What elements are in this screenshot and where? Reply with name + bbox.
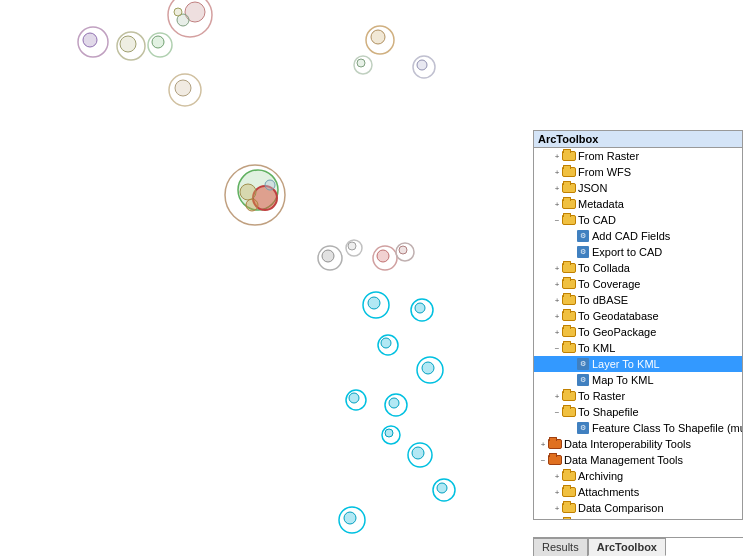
tree-item-data-comparison[interactable]: +Data Comparison — [534, 500, 742, 516]
tree-item-data-management[interactable]: −Data Management Tools — [534, 452, 742, 468]
tree-item-to-dbase[interactable]: +To dBASE — [534, 292, 742, 308]
expand-icon-feature-class-to-shapefile[interactable] — [566, 423, 576, 433]
expand-icon-data-interoperability[interactable]: + — [538, 439, 548, 449]
item-icon-from-wfs — [562, 165, 576, 179]
item-label-to-raster: To Raster — [578, 390, 625, 402]
item-label-add-cad-fields: Add CAD Fields — [592, 230, 670, 242]
item-icon-metadata — [562, 197, 576, 211]
expand-icon-to-cad[interactable]: − — [552, 215, 562, 225]
svg-point-27 — [348, 242, 356, 250]
item-icon-to-dbase — [562, 293, 576, 307]
item-label-metadata: Metadata — [578, 198, 624, 210]
svg-point-23 — [246, 199, 258, 211]
svg-point-11 — [371, 30, 385, 44]
tab-bar: Results ArcToolbox — [533, 537, 743, 556]
tree-item-export-to-cad[interactable]: ⚙Export to CAD — [534, 244, 742, 260]
svg-point-9 — [152, 36, 164, 48]
arctoolbox-panel: ArcToolbox +From Raster+From WFS+JSON+Me… — [533, 130, 743, 520]
expand-icon-to-collada[interactable]: + — [552, 263, 562, 273]
svg-point-35 — [415, 303, 425, 313]
item-icon-map-to-kml: ⚙ — [576, 373, 590, 387]
expand-icon-from-wfs[interactable]: + — [552, 167, 562, 177]
expand-icon-to-dbase[interactable]: + — [552, 295, 562, 305]
item-label-data-comparison: Data Comparison — [578, 502, 664, 514]
svg-point-51 — [385, 429, 393, 437]
expand-icon-to-shapefile[interactable]: − — [552, 407, 562, 417]
tree-item-to-cad[interactable]: −To CAD — [534, 212, 742, 228]
item-icon-layer-to-kml: ⚙ — [576, 357, 590, 371]
expand-icon-attachments[interactable]: + — [552, 487, 562, 497]
item-label-to-kml: To KML — [578, 342, 615, 354]
svg-point-31 — [399, 246, 407, 254]
tree-item-to-collada[interactable]: +To Collada — [534, 260, 742, 276]
item-icon-to-collada — [562, 261, 576, 275]
expand-icon-archiving[interactable]: + — [552, 471, 562, 481]
item-icon-to-coverage — [562, 277, 576, 291]
expand-icon-to-raster[interactable]: + — [552, 391, 562, 401]
item-label-to-dbase: To dBASE — [578, 294, 628, 306]
expand-icon-metadata[interactable]: + — [552, 199, 562, 209]
svg-point-37 — [381, 338, 391, 348]
expand-icon-to-kml[interactable]: − — [552, 343, 562, 353]
item-icon-from-raster — [562, 149, 576, 163]
tree-item-from-wfs[interactable]: +From WFS — [534, 164, 742, 180]
expand-icon-from-raster[interactable]: + — [552, 151, 562, 161]
item-label-layer-to-kml: Layer To KML — [592, 358, 660, 370]
svg-point-13 — [417, 60, 427, 70]
item-icon-data-management — [548, 453, 562, 467]
tree-item-to-raster[interactable]: +To Raster — [534, 388, 742, 404]
svg-point-29 — [377, 250, 389, 262]
item-icon-add-cad-fields: ⚙ — [576, 229, 590, 243]
item-label-from-wfs: From WFS — [578, 166, 631, 178]
item-label-distributed-geodatabase: Distributed Geodatabase — [578, 518, 700, 519]
item-icon-archiving — [562, 469, 576, 483]
tree-item-json[interactable]: +JSON — [534, 180, 742, 196]
item-icon-to-kml — [562, 341, 576, 355]
item-label-export-to-cad: Export to CAD — [592, 246, 662, 258]
tree-item-to-shapefile[interactable]: −To Shapefile — [534, 404, 742, 420]
expand-icon-layer-to-kml[interactable] — [566, 359, 576, 369]
arctoolbox-tab[interactable]: ArcToolbox — [588, 538, 666, 556]
expand-icon-data-management[interactable]: − — [538, 455, 548, 465]
tree-item-from-raster[interactable]: +From Raster — [534, 148, 742, 164]
tree-item-data-interoperability[interactable]: +Data Interoperability Tools — [534, 436, 742, 452]
tree-item-map-to-kml[interactable]: ⚙Map To KML — [534, 372, 742, 388]
expand-icon-add-cad-fields[interactable] — [566, 231, 576, 241]
svg-point-22 — [265, 180, 275, 190]
svg-point-47 — [437, 483, 447, 493]
item-label-to-geopackage: To GeoPackage — [578, 326, 656, 338]
item-label-json: JSON — [578, 182, 607, 194]
tree-item-distributed-geodatabase[interactable]: +Distributed Geodatabase — [534, 516, 742, 519]
results-tab[interactable]: Results — [533, 538, 588, 556]
tree-item-layer-to-kml[interactable]: ⚙Layer To KML — [534, 356, 742, 372]
tree-item-archiving[interactable]: +Archiving — [534, 468, 742, 484]
expand-icon-to-coverage[interactable]: + — [552, 279, 562, 289]
toolbox-tree[interactable]: +From Raster+From WFS+JSON+Metadata−To C… — [534, 148, 742, 519]
item-label-map-to-kml: Map To KML — [592, 374, 654, 386]
item-icon-to-geodatabase — [562, 309, 576, 323]
expand-icon-to-geopackage[interactable]: + — [552, 327, 562, 337]
tree-item-add-cad-fields[interactable]: ⚙Add CAD Fields — [534, 228, 742, 244]
svg-point-41 — [422, 362, 434, 374]
item-icon-data-interoperability — [548, 437, 562, 451]
item-icon-to-geopackage — [562, 325, 576, 339]
item-label-to-coverage: To Coverage — [578, 278, 640, 290]
item-icon-distributed-geodatabase — [562, 517, 576, 519]
item-icon-json — [562, 181, 576, 195]
expand-icon-map-to-kml[interactable] — [566, 375, 576, 385]
item-label-attachments: Attachments — [578, 486, 639, 498]
tree-item-to-coverage[interactable]: +To Coverage — [534, 276, 742, 292]
tree-item-metadata[interactable]: +Metadata — [534, 196, 742, 212]
expand-icon-json[interactable]: + — [552, 183, 562, 193]
svg-point-33 — [368, 297, 380, 309]
expand-icon-export-to-cad[interactable] — [566, 247, 576, 257]
expand-icon-data-comparison[interactable]: + — [552, 503, 562, 513]
tree-item-feature-class-to-shapefile[interactable]: ⚙Feature Class To Shapefile (multiple) — [534, 420, 742, 436]
tree-item-to-geopackage[interactable]: +To GeoPackage — [534, 324, 742, 340]
expand-icon-to-geodatabase[interactable]: + — [552, 311, 562, 321]
tree-item-to-kml[interactable]: −To KML — [534, 340, 742, 356]
item-label-archiving: Archiving — [578, 470, 623, 482]
tree-item-to-geodatabase[interactable]: +To Geodatabase — [534, 308, 742, 324]
svg-point-39 — [389, 398, 399, 408]
tree-item-attachments[interactable]: +Attachments — [534, 484, 742, 500]
